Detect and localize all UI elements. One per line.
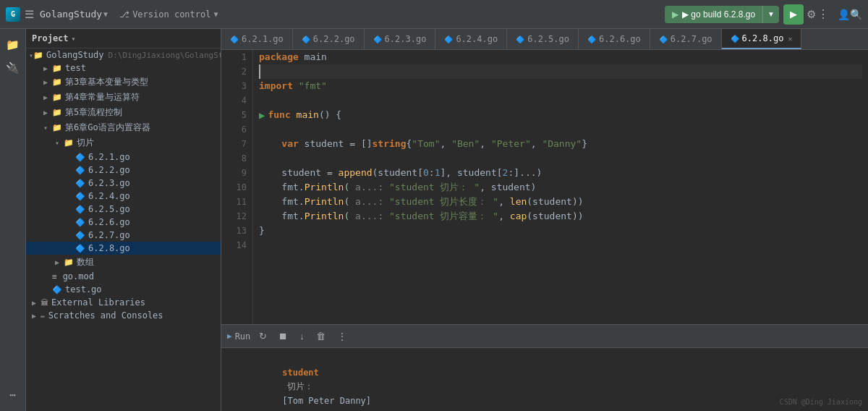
branch-icon: ⎇ bbox=[119, 9, 129, 20]
more-output-button[interactable]: ⋮ bbox=[334, 329, 350, 344]
item-label: 6.2.2.go bbox=[88, 165, 130, 175]
item-label: 6.2.3.go bbox=[88, 178, 130, 188]
code-line-2 bbox=[259, 64, 862, 79]
item-label: 6.2.6.go bbox=[88, 217, 130, 227]
tab-627[interactable]: 🔷 6.2.7.go bbox=[650, 29, 722, 49]
item-label: 6.2.4.go bbox=[88, 191, 130, 201]
item-label: 第5章流程控制 bbox=[65, 106, 122, 119]
line-numbers: 1 2 3 4 5 6 7 8 9 10 11 12 13 14 bbox=[221, 50, 253, 324]
tab-label: 6.2.7.go bbox=[671, 34, 712, 44]
item-label: 6.2.8.go bbox=[88, 243, 130, 253]
tab-label: 6.2.8.go bbox=[742, 33, 784, 43]
tree-item-scratches[interactable]: ▶ ✏ Scratches and Consoles bbox=[26, 309, 221, 322]
stop-button[interactable]: ⏹ bbox=[276, 329, 291, 343]
project-name-label[interactable]: GolangStudy bbox=[40, 9, 102, 20]
code-line-14 bbox=[259, 238, 862, 253]
code-line-11: fmt.Println( a...: "student 切片长度： ", len… bbox=[259, 195, 862, 209]
hamburger-icon[interactable]: ☰ bbox=[25, 8, 34, 21]
project-tree: ▾ 📁 GolangStudy D:\DingJiaxiong\GolangSt… bbox=[26, 48, 221, 411]
tree-item-ch5[interactable]: ▶ 📁 第5章流程控制 bbox=[26, 105, 221, 120]
tab-624[interactable]: 🔷 6.2.4.go bbox=[435, 29, 507, 49]
tree-item-ch6[interactable]: ▾ 📁 第6章Go语言内置容器 bbox=[26, 120, 221, 135]
search-button[interactable]: 🔍 bbox=[850, 9, 862, 20]
project-header[interactable]: Project ▾ bbox=[26, 29, 221, 48]
tree-item-626[interactable]: ▶ 🔷 6.2.6.go bbox=[26, 216, 221, 229]
tab-label: 6.2.4.go bbox=[456, 34, 498, 44]
item-label: 6.2.1.go bbox=[88, 152, 130, 162]
tree-item-628[interactable]: ▶ 🔷 6.2.8.go bbox=[26, 242, 221, 255]
tab-label: 6.2.1.go bbox=[242, 34, 284, 44]
rerun-button[interactable]: ↻ bbox=[256, 329, 270, 343]
project-dropdown-arrow[interactable]: ▼ bbox=[103, 10, 108, 18]
tree-item-622[interactable]: ▶ 🔷 6.2.2.go bbox=[26, 164, 221, 177]
item-label: External Libraries bbox=[51, 297, 145, 308]
root-name: GolangStudy bbox=[46, 50, 103, 60]
run-arrow-button[interactable]: ▼ bbox=[763, 7, 779, 22]
tree-item-624[interactable]: ▶ 🔷 6.2.4.go bbox=[26, 190, 221, 203]
project-panel: Project ▾ ▾ 📁 GolangStudy D:\DingJiaxion… bbox=[26, 29, 221, 411]
tab-label: 6.2.6.go bbox=[599, 34, 641, 44]
code-content[interactable]: package main import "fmt" ▶ func main() … bbox=[253, 50, 868, 324]
code-line-12: fmt.Println( a...: "student 切片容量： ", cap… bbox=[259, 209, 862, 224]
tree-item-623[interactable]: ▶ 🔷 6.2.3.go bbox=[26, 177, 221, 190]
item-label: 第4章常量与运算符 bbox=[65, 91, 140, 103]
tree-item-621[interactable]: ▶ 🔷 6.2.1.go bbox=[26, 151, 221, 164]
tree-item-array[interactable]: ▶ 📁 数组 bbox=[26, 255, 221, 270]
code-line-1: package main bbox=[259, 50, 862, 64]
more-button[interactable]: ⋮ bbox=[817, 7, 829, 21]
user-button[interactable]: 👤 bbox=[838, 9, 850, 20]
tab-623[interactable]: 🔷 6.2.3.go bbox=[365, 29, 436, 49]
tab-622[interactable]: 🔷 6.2.2.go bbox=[293, 29, 365, 49]
tree-item-testgo[interactable]: ▶ 🔷 test.go bbox=[26, 283, 221, 296]
tree-item-ch4[interactable]: ▶ 📁 第4章常量与运算符 bbox=[26, 90, 221, 105]
tree-item-slice[interactable]: ▾ 📁 切片 bbox=[26, 135, 221, 151]
tree-item-ch3[interactable]: ▶ 📁 第3章基本变量与类型 bbox=[26, 75, 221, 90]
version-control-arrow[interactable]: ▼ bbox=[214, 10, 218, 18]
code-line-9: student = append(student[0:1], student[2… bbox=[259, 166, 862, 180]
tab-621[interactable]: 🔷 6.2.1.go bbox=[221, 29, 293, 49]
code-line-5: ▶ func main() { bbox=[259, 108, 862, 122]
tab-close-icon[interactable]: ✕ bbox=[788, 35, 792, 43]
bottom-toolbar: ▶ Run ↻ ⏹ ↓ 🗑 ⋮ bbox=[221, 325, 868, 348]
tab-626[interactable]: 🔷 6.2.6.go bbox=[579, 29, 650, 49]
code-line-3: import "fmt" bbox=[259, 79, 862, 93]
run-label-button[interactable]: ▶ ▶ go build 6.2.8.go bbox=[665, 6, 763, 23]
tree-item-625[interactable]: ▶ 🔷 6.2.5.go bbox=[26, 203, 221, 216]
editor-area: 🔷 6.2.1.go 🔷 6.2.2.go 🔷 6.2.3.go 🔷 6.2.4… bbox=[221, 29, 868, 411]
tree-item-627[interactable]: ▶ 🔷 6.2.7.go bbox=[26, 229, 221, 242]
tree-item-test[interactable]: ▶ 📁 test bbox=[26, 62, 221, 75]
tab-label: 6.2.2.go bbox=[313, 34, 355, 44]
code-editor[interactable]: 1 2 3 4 5 6 7 8 9 10 11 12 13 14 package… bbox=[221, 50, 868, 324]
credit-label: CSDN @Ding Jiaxiong bbox=[780, 397, 862, 408]
tab-625[interactable]: 🔷 6.2.5.go bbox=[507, 29, 579, 49]
more-icon-btn[interactable]: ⋯ bbox=[3, 385, 23, 405]
run-tab-icon: ▶ bbox=[227, 331, 232, 341]
play-icon-button[interactable]: ▶ bbox=[783, 4, 804, 25]
clear-button[interactable]: 🗑 bbox=[313, 329, 328, 343]
plugin-icon-btn[interactable]: 🔌 bbox=[3, 58, 23, 78]
tab-628[interactable]: 🔷 6.2.8.go ✕ bbox=[722, 29, 802, 49]
run-btn-group[interactable]: ▶ ▶ go build 6.2.8.go ▼ bbox=[665, 6, 779, 23]
scroll-button[interactable]: ↓ bbox=[297, 329, 307, 343]
item-label: 数组 bbox=[77, 256, 94, 268]
item-label: test bbox=[65, 63, 86, 73]
code-line-10: fmt.Println( a...: "student 切片： ", stude… bbox=[259, 180, 862, 195]
item-label: test.go bbox=[65, 284, 102, 295]
code-line-13: } bbox=[259, 224, 862, 238]
root-path: D:\DingJiaxiong\GolangStudy bbox=[109, 51, 221, 60]
folder-icon-btn[interactable]: 📁 bbox=[3, 35, 23, 55]
code-line-8 bbox=[259, 151, 862, 166]
tree-root[interactable]: ▾ 📁 GolangStudy D:\DingJiaxiong\GolangSt… bbox=[26, 48, 221, 62]
run-gutter-icon[interactable]: ▶ bbox=[259, 108, 265, 122]
tree-item-gomod[interactable]: ▶ ≡ go.mod bbox=[26, 270, 221, 283]
version-control-label[interactable]: Version control bbox=[132, 9, 210, 20]
tab-label: 6.2.3.go bbox=[385, 34, 427, 44]
item-label: 切片 bbox=[77, 137, 94, 149]
tree-item-external[interactable]: ▶ 🏛 External Libraries bbox=[26, 296, 221, 309]
app-icon: G bbox=[6, 7, 20, 22]
code-line-6 bbox=[259, 122, 862, 137]
bottom-output: student 切片： [Tom Peter Danny] student 切片… bbox=[221, 348, 868, 411]
run-tab[interactable]: ▶ Run bbox=[227, 331, 250, 342]
run-btn-label: ▶ go build 6.2.8.go bbox=[682, 9, 755, 20]
settings-button[interactable]: ⚙ bbox=[807, 8, 816, 21]
